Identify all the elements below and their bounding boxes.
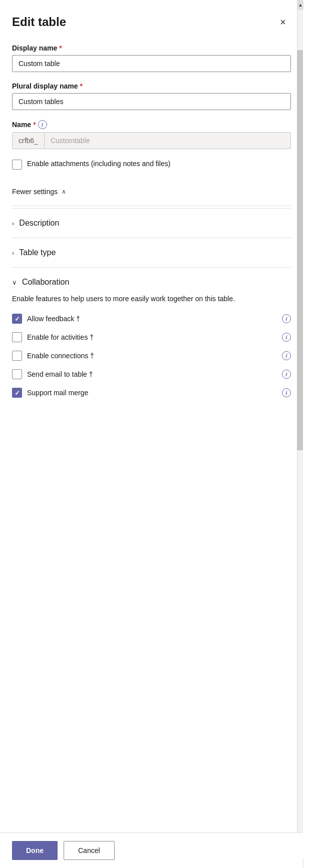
attachments-checkbox-row: Enable attachments (including notes and …	[12, 159, 291, 170]
description-expand-icon: ›	[12, 220, 14, 227]
allow-feedback-info-icon[interactable]: i	[282, 314, 291, 323]
name-value: Customtable	[45, 133, 290, 149]
footer: Done Cancel	[0, 832, 303, 868]
plural-display-name-field-group: Plural display name *	[12, 82, 291, 110]
collab-left-allow-feedback: Allow feedback †	[12, 313, 80, 324]
close-button[interactable]: ×	[275, 14, 291, 30]
description-header[interactable]: › Description	[12, 219, 291, 228]
plural-display-name-label: Plural display name *	[12, 82, 291, 90]
collab-item-mail-merge: Support mail merge i	[12, 387, 291, 398]
description-label: Description	[19, 219, 59, 228]
page-title: Edit table	[12, 15, 66, 29]
enable-connections-label: Enable connections †	[27, 352, 94, 360]
enable-activities-checkbox[interactable]	[12, 332, 22, 342]
table-type-section: › Table type	[12, 238, 291, 267]
table-type-label: Table type	[19, 248, 56, 257]
name-prefix: crfb6_	[13, 133, 45, 149]
scrollbar-arrow-up[interactable]: ▲	[297, 0, 303, 10]
collaboration-expand-icon: ∨	[12, 279, 17, 286]
enable-connections-info-icon[interactable]: i	[282, 351, 291, 360]
plural-required-star: *	[80, 82, 83, 90]
collab-item-enable-activities: Enable for activities † i	[12, 332, 291, 342]
collab-item-enable-connections: Enable connections † i	[12, 350, 291, 361]
collab-item-allow-feedback: Allow feedback † i	[12, 313, 291, 324]
fewer-settings-chevron: ∧	[62, 188, 66, 195]
required-star: *	[59, 44, 62, 52]
fewer-settings-toggle[interactable]: Fewer settings ∧	[12, 180, 291, 204]
mail-merge-info-icon[interactable]: i	[282, 388, 291, 397]
table-type-expand-icon: ›	[12, 249, 14, 257]
mail-merge-label: Support mail merge	[27, 389, 88, 397]
collab-left-enable-connections: Enable connections †	[12, 350, 94, 361]
collab-left-mail-merge: Support mail merge	[12, 387, 88, 398]
name-info-icon[interactable]: i	[38, 120, 47, 129]
scrollbar-track: ▲ ▼	[297, 0, 303, 868]
cancel-button[interactable]: Cancel	[64, 841, 115, 860]
divider-1	[12, 206, 291, 206]
collaboration-header[interactable]: ∨ Collaboration	[12, 278, 291, 287]
display-name-field-group: Display name *	[12, 44, 291, 72]
send-email-checkbox[interactable]	[12, 369, 22, 379]
collab-left-send-email: Send email to table †	[12, 369, 93, 379]
collaboration-label: Collaboration	[22, 278, 69, 287]
collaboration-section: ∨ Collaboration Enable features to help …	[12, 267, 291, 416]
fewer-settings-label: Fewer settings	[12, 188, 58, 196]
done-button[interactable]: Done	[12, 841, 58, 860]
mail-merge-checkbox[interactable]	[12, 388, 22, 398]
scrollbar-thumb[interactable]	[297, 50, 303, 450]
plural-display-name-input[interactable]	[12, 93, 291, 110]
send-email-label: Send email to table †	[27, 370, 93, 378]
allow-feedback-checkbox[interactable]	[12, 314, 22, 324]
table-type-header[interactable]: › Table type	[12, 248, 291, 257]
footer-spacer	[12, 416, 291, 456]
collab-left-enable-activities: Enable for activities †	[12, 332, 94, 342]
enable-activities-label: Enable for activities †	[27, 333, 94, 341]
name-required-star: *	[33, 121, 36, 129]
enable-activities-info-icon[interactable]: i	[282, 333, 291, 342]
panel-header: Edit table ×	[12, 14, 291, 30]
name-field-row: crfb6_ Customtable	[12, 132, 291, 149]
name-field-group: Name * i crfb6_ Customtable	[12, 120, 291, 149]
send-email-info-icon[interactable]: i	[282, 370, 291, 379]
collab-item-send-email: Send email to table † i	[12, 369, 291, 379]
attachments-label: Enable attachments (including notes and …	[27, 159, 170, 169]
display-name-label: Display name *	[12, 44, 291, 52]
collaboration-description: Enable features to help users to more ea…	[12, 294, 291, 304]
name-label: Name * i	[12, 120, 291, 129]
description-section: › Description	[12, 208, 291, 238]
enable-connections-checkbox[interactable]	[12, 351, 22, 361]
attachments-checkbox[interactable]	[12, 160, 22, 170]
display-name-input[interactable]	[12, 55, 291, 72]
allow-feedback-label: Allow feedback †	[27, 315, 80, 323]
